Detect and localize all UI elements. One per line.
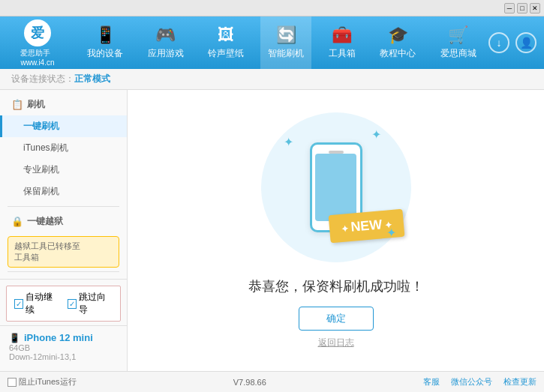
checkbox-skip-wizard-box[interactable]: ✓ [68,299,77,309]
toolbox-icon: 🧰 [332,25,352,45]
confirm-button[interactable]: 确定 [299,307,374,331]
nav-label-wallpaper: 铃声壁纸 [208,47,244,60]
nav-item-smart-flash[interactable]: 🔄 智能刷机 [260,16,311,69]
device-area: 📱 iPhone 12 mini 64GB Down-12mini-13,1 [0,325,127,367]
phone-illustration: ✦ ✦ NEW ✦ [261,112,411,262]
bottom-center: V7.98.66 [233,378,266,387]
nav-item-store[interactable]: 🛒 爱思商城 [433,16,484,69]
nav-label-tutorials: 教程中心 [380,47,416,60]
version-info: V7.98.66 [233,378,266,387]
main-layout: 📋 刷机 一键刷机 iTunes刷机 专业刷机 保留刷机 🔒 一键越狱 [0,90,544,371]
nav-item-apps[interactable]: 🎮 应用游戏 [140,16,191,69]
nav-label-my-device: 我的设备 [87,47,123,60]
success-message: 恭喜您，保资料刷机成功啦！ [248,277,424,295]
bottom-right: 客服 微信公众号 检查更新 [423,376,536,388]
nav-item-my-device[interactable]: 📱 我的设备 [80,16,131,69]
nav-label-smart-flash: 智能刷机 [268,47,304,60]
nav-label-toolbox: 工具箱 [329,47,356,60]
phone-speaker [329,151,344,154]
minimize-button[interactable]: ─ [504,3,515,13]
logo-area: 爱 爱思助手 www.i4.cn [0,16,75,69]
sidebar-item-one-click-flash[interactable]: 一键刷机 [0,115,127,137]
store-icon: 🛒 [448,25,468,45]
checkbox-auto-next-box[interactable]: ✓ [14,299,23,309]
sidebar-divider-1 [8,206,119,207]
device-version: Down-12mini-13,1 [9,352,118,361]
sparkle-tl: ✦ [284,135,293,149]
logo-text: 爱思助手 www.i4.cn [20,48,54,67]
back-link[interactable]: 返回日志 [318,337,354,349]
sidebar: 📋 刷机 一键刷机 iTunes刷机 专业刷机 保留刷机 🔒 一键越狱 [0,90,128,371]
sidebar-item-itunes-flash[interactable]: iTunes刷机 [0,137,127,159]
my-device-icon: 📱 [95,25,116,45]
status-bar: 设备连接状态： 正常模式 [0,69,544,90]
checkbox-skip-wizard-label: 跳过向导 [79,291,113,316]
jailbreak-section-icon: 🔒 [11,216,23,227]
checkbox-skip-wizard[interactable]: ✓ 跳过向导 [68,291,113,316]
phone-screen [315,154,356,221]
device-storage: 64GB [9,343,118,352]
checkbox-area: ✓ 自动继续 ✓ 跳过向导 [6,286,121,322]
phone-circle: ✦ ✦ NEW ✦ [261,112,411,262]
check-update-link[interactable]: 检查更新 [503,376,536,388]
nav-item-toolbox[interactable]: 🧰 工具箱 [321,16,363,69]
smart-flash-icon: 🔄 [276,25,296,45]
nav-label-apps: 应用游戏 [148,47,184,60]
sidebar-item-pro-flash[interactable]: 专业刷机 [0,159,127,181]
sidebar-section-flash: 📋 刷机 [0,94,127,115]
sparkle-br: ✦ [386,226,396,240]
nav-label-store: 爱思商城 [440,47,476,60]
sidebar-item-save-data-flash[interactable]: 保留刷机 [0,181,127,202]
wallpaper-icon: 🖼 [218,25,234,45]
content-area: ✦ ✦ NEW ✦ 恭喜您，保资料刷机成功啦！ 确定 返回日志 [128,90,544,371]
nav-right: ↓ 👤 [488,32,544,53]
device-icon: 📱 [9,333,20,343]
status-value: 正常模式 [74,73,110,85]
close-button[interactable]: ✕ [530,3,540,13]
status-label: 设备连接状态： [11,73,74,85]
apps-icon: 🎮 [155,25,176,45]
profile-button[interactable]: 👤 [515,32,536,53]
jailbreak-warning: 越狱工具已转移至工具箱 [8,236,119,268]
customer-service-link[interactable]: 客服 [423,376,440,388]
nav-items: 📱 我的设备 🎮 应用游戏 🖼 铃声壁纸 🔄 智能刷机 🧰 工具箱 🎓 教程中心… [75,16,488,69]
wechat-public-link[interactable]: 微信公众号 [451,376,492,388]
flash-section-icon: 📋 [11,99,23,110]
nav-item-tutorials[interactable]: 🎓 教程中心 [372,16,423,69]
download-button[interactable]: ↓ [488,32,509,53]
title-bar: ─ □ ✕ [0,0,544,16]
checkbox-auto-next-label: 自动继续 [26,291,59,316]
sidebar-scroll: 📋 刷机 一键刷机 iTunes刷机 专业刷机 保留刷机 🔒 一键越狱 [0,90,127,279]
maximize-button[interactable]: □ [517,3,527,13]
sidebar-section-jailbreak: 🔒 一键越狱 [0,211,127,232]
bottom-left: 阻止iTunes运行 [8,376,77,388]
sparkle-tr: ✦ [371,127,381,142]
sidebar-footer: ✓ 自动继续 ✓ 跳过向导 📱 iPhone 12 mini 64GB Down… [0,279,127,371]
checkbox-auto-next[interactable]: ✓ 自动继续 [14,291,60,316]
tutorials-icon: 🎓 [388,25,408,45]
header: 爱 爱思助手 www.i4.cn 📱 我的设备 🎮 应用游戏 🖼 铃声壁纸 🔄 … [0,16,544,69]
sidebar-divider-2 [8,271,119,272]
bottom-bar: 阻止iTunes运行 V7.98.66 客服 微信公众号 检查更新 [0,371,544,392]
nav-item-wallpaper[interactable]: 🖼 铃声壁纸 [200,16,251,69]
device-name: iPhone 12 mini [24,332,93,343]
stop-itunes-checkbox[interactable]: 阻止iTunes运行 [8,376,77,388]
logo-icon: 爱 [24,19,51,46]
stop-itunes-label: 阻止iTunes运行 [19,376,77,388]
